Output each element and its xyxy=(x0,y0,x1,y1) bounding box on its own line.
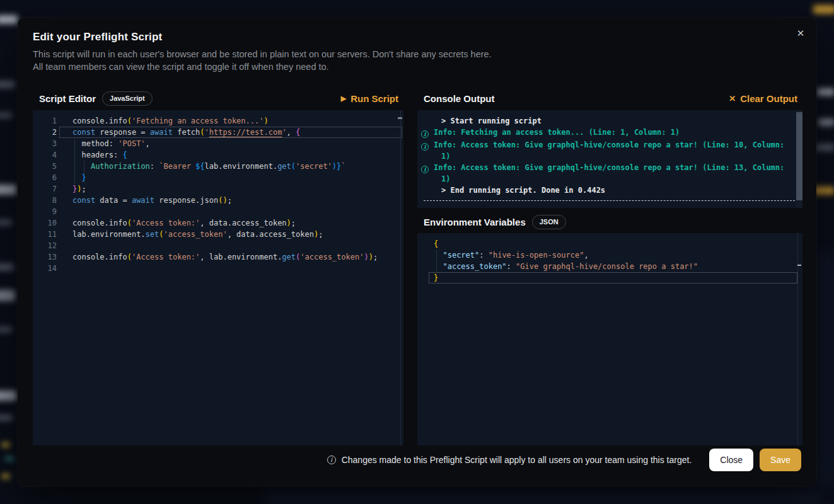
environment-variables-editor[interactable]: { "secret": "hive-is-open-source", "acce… xyxy=(417,233,802,445)
environment-variables-header: Environment Variables JSON xyxy=(417,213,802,231)
code-token: "access_token" xyxy=(443,262,506,271)
code-token: "hive-is-open-source" xyxy=(489,251,584,260)
console-output-header: Console Output ✕ Clear Output xyxy=(417,89,802,107)
code-line[interactable]: 5 Authorization: `Bearer ${lab.environme… xyxy=(33,161,403,172)
code-line[interactable]: 2const response = await fetch('https://t… xyxy=(33,127,403,138)
code-token: { xyxy=(122,151,127,159)
code-line[interactable]: 6 } xyxy=(33,172,403,183)
console-entry-text: > End running script. Done in 0.442s xyxy=(434,185,789,196)
save-button[interactable]: Save xyxy=(760,449,801,471)
preflight-modal: Edit your Preflight Script This script w… xyxy=(18,18,816,486)
console-entry-icon-slot xyxy=(421,115,434,127)
line-number: 13 xyxy=(33,251,57,263)
code-token: ` xyxy=(341,162,345,171)
code-line[interactable]: "access_token": "Give graphql-hive/conso… xyxy=(417,261,802,272)
run-script-button[interactable]: ▶ Run Script xyxy=(341,93,398,104)
clear-output-button[interactable]: ✕ Clear Output xyxy=(729,93,797,104)
code-line-content: } xyxy=(57,172,86,183)
javascript-badge: JavaScript xyxy=(102,91,153,106)
console-scrollbar-thumb[interactable] xyxy=(796,112,802,200)
code-line[interactable]: 14 xyxy=(33,263,403,274)
code-line[interactable]: 4 headers: { xyxy=(33,149,403,161)
code-line[interactable]: 13console.info('Access token:', lab.envi… xyxy=(33,251,403,263)
code-token: Authorization xyxy=(91,162,150,171)
code-token: { xyxy=(434,239,438,248)
code-token: response = xyxy=(95,128,150,137)
info-icon: i xyxy=(421,166,429,173)
console-entry-text: Info: Access token: Give graphql-hive/co… xyxy=(434,162,789,185)
code-line-content: }); xyxy=(57,183,86,195)
code-token: ( xyxy=(159,230,163,239)
code-token: ; xyxy=(291,219,296,227)
console-entry: iInfo: Access token: Give graphql-hive/c… xyxy=(421,162,789,185)
code-line-content: const response = await fetch('https://te… xyxy=(57,127,300,138)
code-token: await xyxy=(132,196,154,205)
code-token: await xyxy=(150,128,173,137)
code-line[interactable]: 1console.info('Fetching an access token.… xyxy=(33,115,403,127)
console-entry-icon-slot xyxy=(421,185,434,196)
code-line[interactable]: 8const data = await response.json(); xyxy=(33,195,403,206)
console-output[interactable]: > Start running scriptiInfo: Fetching an… xyxy=(417,110,802,208)
code-token: ) xyxy=(264,117,268,125)
code-token: https://test.com xyxy=(209,128,282,137)
code-line[interactable]: "secret": "hive-is-open-source", xyxy=(417,249,802,261)
modal-footer: i Changes made to this Preflight Script … xyxy=(33,449,801,471)
clear-icon: ✕ xyxy=(729,94,736,103)
code-token: const xyxy=(72,128,95,137)
code-token: console.info xyxy=(72,253,127,261)
run-script-label: Run Script xyxy=(350,93,398,104)
code-token: const xyxy=(72,196,95,205)
modal-title: Edit your Preflight Script xyxy=(33,31,162,43)
line-number: 1 xyxy=(33,115,57,127)
info-icon: i xyxy=(421,143,429,151)
code-token: , data.access_token xyxy=(228,230,314,239)
code-line-content: const data = await response.json(); xyxy=(57,195,232,206)
json-badge: JSON xyxy=(532,215,566,229)
code-token: , xyxy=(146,139,150,148)
code-token: 'access_token' xyxy=(164,230,228,239)
code-token: 'Fetching an access token...' xyxy=(132,117,264,125)
close-button[interactable]: Close xyxy=(709,449,753,471)
clear-output-label: Clear Output xyxy=(740,93,797,104)
code-token: } xyxy=(81,173,86,182)
code-token: 'Access token:' xyxy=(132,253,200,261)
code-token: 'secret' xyxy=(296,162,332,171)
code-line-content: console.info('Access token:', lab.enviro… xyxy=(57,251,378,263)
code-token: 'access_token' xyxy=(300,253,364,261)
code-token: lab.environment. xyxy=(205,162,278,171)
close-icon[interactable]: ✕ xyxy=(794,26,808,40)
code-token xyxy=(434,262,443,271)
console-output-label: Console Output xyxy=(424,93,495,104)
code-token: lab.environment. xyxy=(72,230,146,239)
code-token: , lab.environment. xyxy=(200,253,282,261)
script-editor[interactable]: 1console.info('Fetching an access token.… xyxy=(33,110,403,445)
code-line[interactable]: { xyxy=(417,238,802,249)
code-line[interactable]: 11lab.environment.set('access_token', da… xyxy=(33,229,403,240)
console-scrollbar[interactable] xyxy=(796,110,802,208)
code-token: ) xyxy=(369,253,373,261)
line-number: 14 xyxy=(33,263,57,274)
code-token: , xyxy=(287,128,296,137)
code-line[interactable]: 9 xyxy=(33,206,403,217)
code-token xyxy=(434,251,443,260)
code-token: ( xyxy=(127,253,132,261)
code-line[interactable]: 7}); xyxy=(33,183,403,195)
modal-description: This script will run in each user's brow… xyxy=(33,48,492,73)
code-token: method: xyxy=(72,139,118,148)
code-token: 'POST' xyxy=(118,139,145,148)
code-line[interactable]: 3 method: 'POST', xyxy=(33,138,403,149)
code-token: ) xyxy=(287,219,291,227)
code-token: get xyxy=(277,162,291,171)
code-line[interactable]: 12 xyxy=(33,240,403,251)
info-icon: i xyxy=(327,455,336,464)
code-token: ) xyxy=(364,253,368,261)
console-entry-icon-slot: i xyxy=(421,139,434,162)
line-number: 9 xyxy=(33,206,57,217)
code-token: ; xyxy=(373,253,378,261)
overview-ruler-mark xyxy=(398,117,402,119)
console-entry-text: > Start running script xyxy=(434,115,789,127)
line-number: 4 xyxy=(33,149,57,161)
code-line-content: headers: { xyxy=(57,149,127,161)
line-number: 2 xyxy=(33,127,57,138)
code-line[interactable]: 10console.info('Access token:', data.acc… xyxy=(33,217,403,229)
